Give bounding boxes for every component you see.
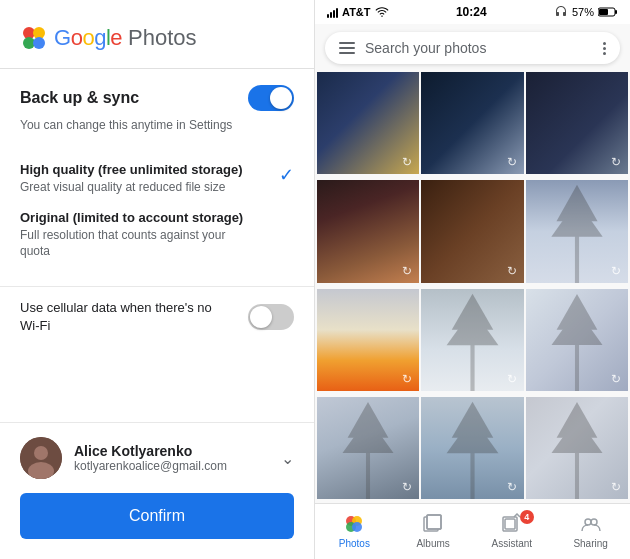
photo-cell[interactable]: ↻ [317,397,419,499]
sync-icon: ↻ [504,479,520,495]
battery-text: 57% [572,6,594,18]
nav-albums[interactable]: Albums [403,512,463,549]
photo-cell[interactable]: ↻ [526,72,628,174]
signal-bars-icon [327,6,338,18]
photo-cell[interactable]: ↻ [526,397,628,499]
photo-cell[interactable]: ↻ [421,397,523,499]
assistant-badge: 4 [520,510,534,524]
cellular-label: Use cellular data when there's no Wi-Fi [20,299,220,335]
backup-toggle[interactable] [248,85,294,111]
svg-point-13 [352,522,362,532]
sync-icon: ↻ [608,371,624,387]
nav-assistant[interactable]: 4 Assistant [482,512,542,549]
photo-cell[interactable]: ↻ [317,180,419,282]
nav-photos-label: Photos [339,538,370,549]
search-bar[interactable]: Search your photos [325,32,620,64]
status-battery: 57% [554,5,618,19]
quality-high-desc: Great visual quality at reduced file siz… [20,179,240,196]
svg-point-3 [33,37,45,49]
svg-rect-8 [599,9,608,15]
photo-cell[interactable]: ↻ [317,72,419,174]
nav-sharing-label: Sharing [573,538,607,549]
sync-icon: ↻ [608,263,624,279]
sharing-nav-icon [579,512,603,536]
photo-cell[interactable]: ↻ [526,289,628,391]
quality-high-title: High quality (free unlimited storage) [20,162,242,177]
quality-section: High quality (free unlimited storage) Gr… [0,150,314,286]
logo-google: Google [54,25,122,51]
backup-title: Back up & sync [20,89,139,107]
status-time: 10:24 [456,5,487,19]
status-bar: AT&T 10:24 57% [315,0,630,24]
bottom-nav: Photos Albums 4 Assis [315,503,630,559]
avatar [20,437,62,479]
hamburger-menu-icon[interactable] [339,42,355,54]
photo-cell[interactable]: ↻ [317,289,419,391]
quality-high-check: ✓ [279,164,294,186]
sync-icon: ↻ [399,154,415,170]
account-email: kotlyarenkoalice@gmail.com [74,459,227,473]
quality-option-original[interactable]: Original (limited to account storage) Fu… [20,210,294,261]
logo-section: Google Photos [0,0,314,68]
logo-photos: Photos [128,25,197,51]
wifi-icon [375,7,389,17]
nav-assistant-label: Assistant [492,538,533,549]
svg-rect-15 [427,515,441,529]
account-section[interactable]: Alice Kotlyarenko kotlyarenkoalice@gmail… [0,422,314,493]
svg-point-20 [585,519,591,525]
photo-cell[interactable]: ↻ [526,180,628,282]
quality-option-high[interactable]: High quality (free unlimited storage) Gr… [20,162,294,196]
svg-rect-19 [505,519,515,529]
sync-icon: ↻ [399,479,415,495]
right-panel: AT&T 10:24 57% [315,0,630,559]
headphones-icon [554,5,568,19]
sync-icon: ↻ [608,479,624,495]
nav-albums-label: Albums [416,538,449,549]
sync-icon: ↻ [608,154,624,170]
photo-grid: ↻ ↻ ↻ ↻ ↻ ↻ ↻ ↻ ↻ ↻ ↻ ↻ [315,72,630,503]
confirm-button[interactable]: Confirm [20,493,294,539]
backup-subtitle: You can change this anytime in Settings [20,117,294,134]
sync-icon: ↻ [504,263,520,279]
cellular-section: Use cellular data when there's no Wi-Fi [0,286,314,351]
cellular-toggle[interactable] [248,304,294,330]
more-options-icon[interactable] [603,42,606,55]
svg-rect-9 [615,10,617,14]
sync-icon: ↻ [399,371,415,387]
status-signal: AT&T [327,6,389,18]
nav-photos[interactable]: Photos [324,512,384,549]
nav-sharing[interactable]: Sharing [561,512,621,549]
backup-section: Back up & sync You can change this anyti… [0,69,314,150]
svg-point-5 [34,446,48,460]
chevron-down-icon: ⌄ [281,449,294,468]
photo-cell[interactable]: ↻ [421,180,523,282]
account-name: Alice Kotlyarenko [74,443,227,459]
google-photos-icon [20,24,48,52]
quality-original-title: Original (limited to account storage) [20,210,243,225]
svg-point-21 [591,519,597,525]
left-panel: Google Photos Back up & sync You can cha… [0,0,315,559]
photos-nav-icon [342,512,366,536]
albums-nav-icon [421,512,445,536]
sync-icon: ↻ [504,371,520,387]
sync-icon: ↻ [399,263,415,279]
account-info: Alice Kotlyarenko kotlyarenkoalice@gmail… [20,437,227,479]
photo-cell[interactable]: ↻ [421,289,523,391]
battery-icon [598,7,618,17]
photo-cell[interactable]: ↻ [421,72,523,174]
sync-icon: ↻ [504,154,520,170]
quality-original-desc: Full resolution that counts against your… [20,227,240,261]
search-placeholder: Search your photos [365,40,486,56]
